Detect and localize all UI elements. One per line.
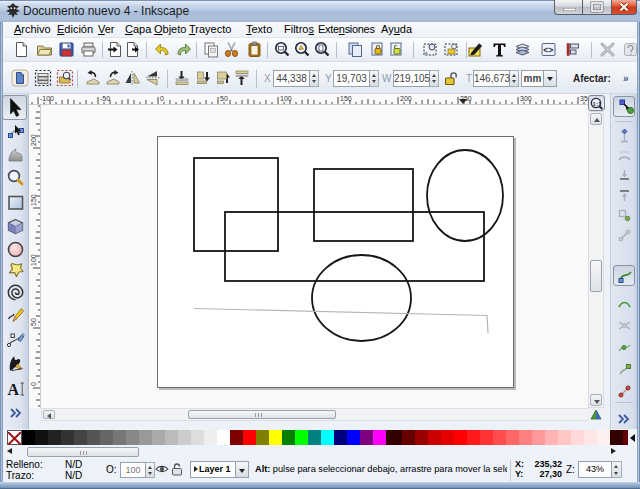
svg-text:-50: -50	[100, 95, 110, 102]
svg-text:-100: -100	[40, 95, 54, 102]
svg-text:1:1: 1:1	[593, 101, 602, 107]
svg-text:200: 200	[400, 95, 412, 102]
svg-text:A: A	[8, 381, 20, 398]
svg-text:50: 50	[30, 318, 37, 326]
svg-text:200: 200	[30, 134, 37, 146]
svg-text:35: 35	[580, 95, 588, 102]
svg-text:100: 100	[30, 254, 37, 266]
svg-text:0: 0	[160, 95, 164, 102]
svg-text:300: 300	[520, 95, 532, 102]
svg-text:0: 0	[30, 382, 37, 386]
svg-text:150: 150	[340, 95, 352, 102]
svg-text:50: 50	[220, 95, 228, 102]
svg-text:<>: <>	[543, 46, 553, 56]
svg-text:150: 150	[30, 194, 37, 206]
svg-text:100: 100	[280, 95, 292, 102]
